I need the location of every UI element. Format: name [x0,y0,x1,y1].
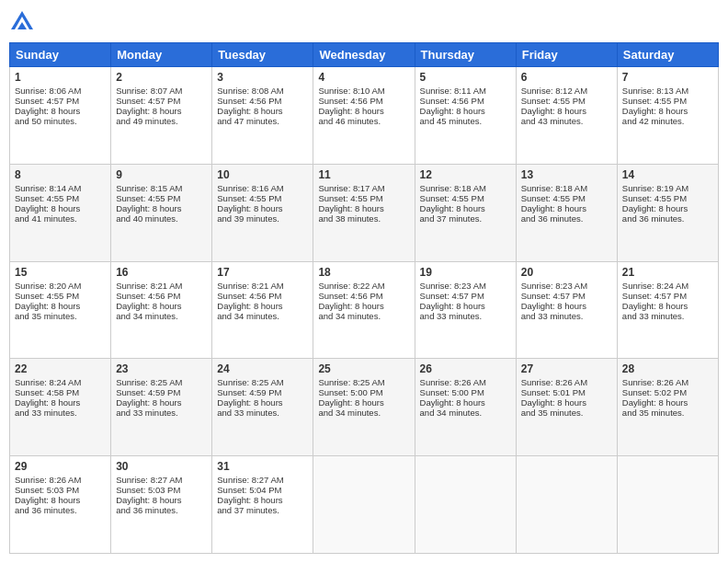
cell-text: and 34 minutes. [318,311,409,321]
cell-text: Sunset: 4:56 PM [217,96,308,106]
cell-text: Daylight: 8 hours [116,301,207,311]
cell-text: Sunset: 5:03 PM [116,485,207,495]
day-number: 5 [420,71,511,84]
cell-text: Sunrise: 8:27 AM [217,475,308,485]
cell-text: and 36 minutes. [116,505,207,515]
cell-text: and 34 minutes. [420,408,511,418]
cell-text: and 39 minutes. [217,213,308,224]
cell-text: and 36 minutes. [622,213,713,224]
cell-text: and 33 minutes. [420,311,511,321]
cell-text: and 37 minutes. [217,505,308,515]
day-header-thursday: Thursday [415,43,516,67]
cell-text: Sunset: 4:56 PM [318,96,409,106]
day-number: 23 [116,362,207,375]
calendar-cell: 9Sunrise: 8:15 AMSunset: 4:55 PMDaylight… [111,164,212,261]
cell-text: Sunset: 4:55 PM [521,193,612,203]
cell-text: Sunset: 4:55 PM [420,193,511,203]
cell-text: Daylight: 8 hours [15,397,106,408]
cell-text: Sunset: 4:55 PM [15,291,106,301]
cell-text: Sunset: 4:55 PM [521,96,612,106]
cell-text: Daylight: 8 hours [521,203,612,213]
calendar-cell: 30Sunrise: 8:27 AMSunset: 5:03 PMDayligh… [111,456,212,554]
cell-text: Daylight: 8 hours [15,203,106,213]
calendar-cell: 4Sunrise: 8:10 AMSunset: 4:56 PMDaylight… [313,67,415,165]
calendar-header-row: SundayMondayTuesdayWednesdayThursdayFrid… [10,43,719,67]
day-number: 25 [318,362,409,375]
logo [9,9,37,35]
calendar-cell: 31Sunrise: 8:27 AMSunset: 5:04 PMDayligh… [212,456,313,554]
cell-text: and 33 minutes. [15,408,106,418]
cell-text: Daylight: 8 hours [521,397,612,408]
day-number: 22 [15,362,106,375]
day-number: 27 [521,362,612,375]
cell-text: and 33 minutes. [217,408,308,418]
calendar-cell: 22Sunrise: 8:24 AMSunset: 4:58 PMDayligh… [10,359,111,456]
calendar-cell: 12Sunrise: 8:18 AMSunset: 4:55 PMDayligh… [415,164,516,261]
cell-text: Daylight: 8 hours [318,301,409,311]
cell-text: Daylight: 8 hours [116,106,207,116]
cell-text: and 33 minutes. [622,311,713,321]
cell-text: Sunset: 5:02 PM [622,387,713,397]
day-number: 8 [15,168,106,181]
cell-text: Sunset: 4:56 PM [420,96,511,106]
cell-text: Sunset: 4:56 PM [318,291,409,301]
calendar-cell: 24Sunrise: 8:25 AMSunset: 4:59 PMDayligh… [212,359,313,456]
day-number: 20 [521,266,612,279]
cell-text: Daylight: 8 hours [521,106,612,116]
cell-text: Sunrise: 8:11 AM [420,86,511,96]
day-number: 2 [116,71,207,84]
day-header-sunday: Sunday [10,43,111,67]
cell-text: Sunset: 4:57 PM [622,291,713,301]
cell-text: Daylight: 8 hours [116,495,207,505]
calendar-cell [617,456,718,554]
calendar-cell: 13Sunrise: 8:18 AMSunset: 4:55 PMDayligh… [516,164,617,261]
cell-text: and 35 minutes. [15,311,106,321]
calendar-cell: 16Sunrise: 8:21 AMSunset: 4:56 PMDayligh… [111,261,212,359]
cell-text: Daylight: 8 hours [217,106,308,116]
cell-text: Sunrise: 8:20 AM [15,281,106,291]
calendar-cell: 5Sunrise: 8:11 AMSunset: 4:56 PMDaylight… [415,67,516,165]
cell-text: Sunset: 4:56 PM [217,291,308,301]
cell-text: and 35 minutes. [521,408,612,418]
cell-text: and 34 minutes. [217,311,308,321]
day-number: 19 [420,266,511,279]
cell-text: Sunrise: 8:21 AM [217,281,308,291]
day-number: 21 [622,266,713,279]
calendar-cell: 3Sunrise: 8:08 AMSunset: 4:56 PMDaylight… [212,67,313,165]
day-number: 7 [622,71,713,84]
cell-text: Sunset: 4:55 PM [622,193,713,203]
calendar-cell: 2Sunrise: 8:07 AMSunset: 4:57 PMDaylight… [111,67,212,165]
cell-text: and 43 minutes. [521,116,612,126]
page: SundayMondayTuesdayWednesdayThursdayFrid… [0,0,728,563]
cell-text: Sunrise: 8:25 AM [318,377,409,387]
cell-text: Sunrise: 8:06 AM [15,86,106,96]
calendar-cell: 26Sunrise: 8:26 AMSunset: 5:00 PMDayligh… [415,359,516,456]
cell-text: Sunrise: 8:25 AM [217,377,308,387]
cell-text: Daylight: 8 hours [420,301,511,311]
cell-text: Sunrise: 8:19 AM [622,183,713,193]
cell-text: Sunset: 5:03 PM [15,485,106,495]
cell-text: Sunset: 4:55 PM [622,96,713,106]
cell-text: Daylight: 8 hours [521,301,612,311]
cell-text: and 38 minutes. [318,213,409,224]
cell-text: Daylight: 8 hours [318,203,409,213]
day-number: 31 [217,460,308,473]
day-header-monday: Monday [111,43,212,67]
cell-text: Daylight: 8 hours [420,106,511,116]
cell-text: Daylight: 8 hours [318,397,409,408]
cell-text: Sunset: 4:59 PM [116,387,207,397]
day-number: 13 [521,168,612,181]
day-number: 11 [318,168,409,181]
week-row-1: 1Sunrise: 8:06 AMSunset: 4:57 PMDaylight… [10,67,719,165]
day-header-tuesday: Tuesday [212,43,313,67]
calendar-cell: 11Sunrise: 8:17 AMSunset: 4:55 PMDayligh… [313,164,415,261]
cell-text: Sunset: 5:00 PM [420,387,511,397]
cell-text: Sunrise: 8:15 AM [116,183,207,193]
cell-text: Daylight: 8 hours [116,397,207,408]
day-number: 1 [15,71,106,84]
week-row-2: 8Sunrise: 8:14 AMSunset: 4:55 PMDaylight… [10,164,719,261]
cell-text: Sunset: 4:57 PM [420,291,511,301]
cell-text: Daylight: 8 hours [116,203,207,213]
calendar-cell: 20Sunrise: 8:23 AMSunset: 4:57 PMDayligh… [516,261,617,359]
calendar-cell: 8Sunrise: 8:14 AMSunset: 4:55 PMDaylight… [10,164,111,261]
